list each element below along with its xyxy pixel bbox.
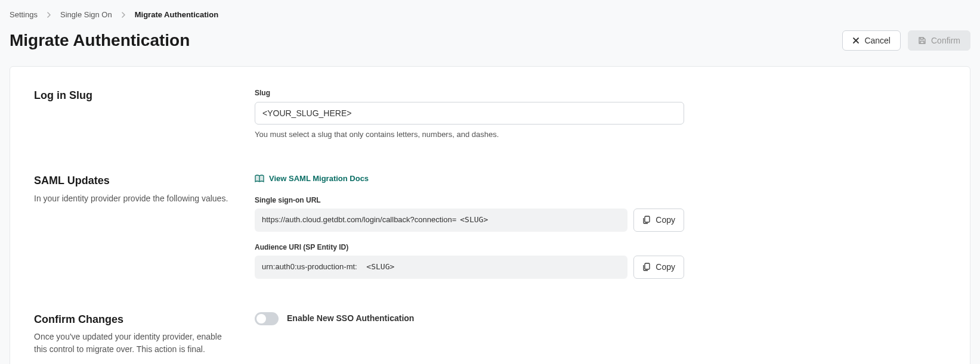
breadcrumb: Settings Single Sign On Migrate Authenti… (10, 10, 970, 20)
svg-rect-0 (645, 216, 650, 222)
copy-icon (642, 216, 651, 224)
audience-uri-label: Audience URI (SP Entity ID) (255, 242, 684, 253)
audience-uri-value: urn:auth0:us-production-mt: <SLUG> (255, 256, 627, 278)
enable-sso-toggle[interactable] (255, 312, 279, 325)
copy-sso-url-button[interactable]: Copy (633, 209, 684, 231)
section-desc-saml: In your identity provider provide the fo… (34, 192, 231, 205)
slug-input[interactable] (255, 102, 684, 125)
book-icon (255, 175, 264, 183)
view-docs-link[interactable]: View SAML Migration Docs (255, 173, 369, 184)
confirm-button[interactable]: Confirm (908, 30, 970, 51)
sso-url-label: Single sign-on URL (255, 195, 684, 206)
sso-url-value: https://auth.cloud.getdbt.com/login/call… (255, 209, 627, 231)
chevron-right-icon (120, 12, 126, 18)
svg-rect-1 (645, 263, 650, 269)
chevron-right-icon (46, 12, 52, 18)
section-title-slug: Log in Slug (34, 88, 231, 103)
save-icon (918, 36, 926, 45)
slug-help-text: You must select a slug that only contain… (255, 129, 684, 140)
cancel-button[interactable]: Cancel (842, 30, 901, 51)
section-desc-confirm: Once you've updated your identity provid… (34, 331, 231, 356)
breadcrumb-item-sso[interactable]: Single Sign On (60, 10, 112, 20)
section-title-confirm: Confirm Changes (34, 312, 231, 327)
copy-icon (642, 263, 651, 271)
breadcrumb-item-settings[interactable]: Settings (10, 10, 38, 20)
slug-field-label: Slug (255, 88, 684, 98)
breadcrumb-item-current: Migrate Authentication (135, 10, 218, 20)
copy-audience-uri-button[interactable]: Copy (633, 256, 684, 278)
page-title: Migrate Authentication (10, 29, 190, 52)
close-icon (852, 37, 860, 44)
toggle-label: Enable New SSO Authentication (287, 313, 414, 325)
section-title-saml: SAML Updates (34, 173, 231, 188)
